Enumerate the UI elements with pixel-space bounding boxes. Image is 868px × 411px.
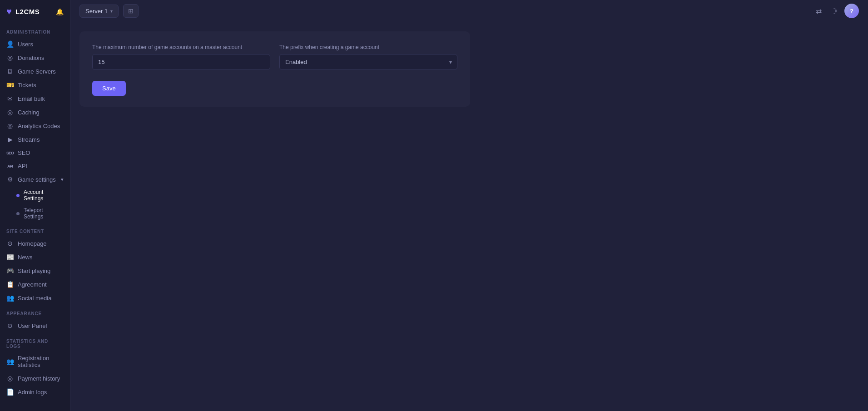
account-settings-form: The maximum number of game accounts on a… [79,31,470,107]
prefix-select-wrapper: Enabled Disabled ▾ [279,54,457,70]
sidebar-item-social-media[interactable]: 👥 Social media [0,291,70,305]
inactive-dot [16,212,20,215]
sidebar-item-email-bulk[interactable]: ✉ Email bulk [0,92,70,105]
caching-icon: ◎ [6,109,14,116]
content-area: The maximum number of game accounts on a… [70,22,868,411]
sidebar-item-user-panel[interactable]: ⊙ User Panel [0,319,70,332]
main-area: Server 1 ▾ ⊞ ⇄ ☽ ? The maximum number of… [70,0,868,411]
game-settings-chevron-icon: ▾ [61,177,64,183]
prefix-label: The prefix when creating a game account [279,44,457,50]
registration-statistics-icon: 👥 [6,358,14,365]
translate-icon[interactable]: ⇄ [814,5,823,17]
theme-toggle-icon[interactable]: ☽ [829,5,839,17]
sidebar-subitem-account-settings[interactable]: Account Settings [0,186,70,204]
homepage-icon: ⊙ [6,240,14,247]
analytics-icon: ◎ [6,122,14,129]
sidebar-label-caching: Caching [18,109,40,116]
agreement-icon: 📋 [6,281,14,288]
game-servers-icon: 🖥 [6,68,14,75]
sidebar-label-account-settings: Account Settings [24,189,64,202]
users-icon: 👤 [6,40,14,48]
max-accounts-input[interactable] [92,54,270,70]
start-playing-icon: 🎮 [6,267,14,274]
sidebar-label-analytics-codes: Analytics Codes [18,123,60,129]
sidebar-item-game-settings[interactable]: ⚙ Game settings ▾ [0,173,70,186]
sidebar-item-api[interactable]: API API [0,159,70,173]
sidebar-item-homepage[interactable]: ⊙ Homepage [0,237,70,250]
sidebar-label-user-panel: User Panel [18,322,47,329]
news-icon: 📰 [6,253,14,261]
topbar: Server 1 ▾ ⊞ ⇄ ☽ ? [70,0,868,22]
filter-button[interactable]: ⊞ [123,4,139,18]
topbar-right: ⇄ ☽ ? [814,4,859,18]
user-panel-icon: ⊙ [6,322,14,329]
sidebar-label-social-media: Social media [18,295,51,302]
site-content-section-label: SITE CONTENT [0,223,70,237]
sidebar-item-donations[interactable]: ◎ Donations [0,51,70,64]
sidebar-item-admin-logs[interactable]: 📄 Admin logs [0,385,70,399]
active-dot [16,194,20,197]
sidebar-label-game-settings: Game settings [18,176,56,183]
seo-icon: SEO [6,151,14,155]
logo-area: ♥ L2CMS 🔔 [0,0,70,23]
admin-section-label: ADMINISTRATION [0,23,70,37]
max-accounts-label: The maximum number of game accounts on a… [92,44,270,50]
prefix-select[interactable]: Enabled Disabled [279,54,457,70]
sidebar-label-email-bulk: Email bulk [18,95,45,102]
api-icon: API [6,164,14,168]
appearance-section-label: APPEARANCE [0,305,70,319]
tickets-icon: 🎫 [6,81,14,89]
filter-icon: ⊞ [128,7,134,15]
sidebar-item-caching[interactable]: ◎ Caching [0,105,70,119]
max-accounts-group: The maximum number of game accounts on a… [92,44,270,70]
server-select[interactable]: Server 1 ▾ [79,5,119,18]
sidebar-item-registration-statistics[interactable]: 👥 Registration statistics [0,352,70,371]
streams-icon: ▶ [6,136,14,143]
sidebar-label-teleport-settings: Teleport Settings [24,207,64,220]
sidebar-label-homepage: Homepage [18,240,47,247]
prefix-group: The prefix when creating a game account … [279,44,457,70]
sidebar-label-payment-history: Payment history [18,375,60,382]
sidebar-item-users[interactable]: 👤 Users [0,37,70,51]
sidebar-label-users: Users [18,41,33,48]
logo-icon: ♥ [6,6,12,17]
sidebar-label-registration-statistics: Registration statistics [18,355,64,368]
payment-history-icon: ◎ [6,375,14,382]
sidebar-item-payment-history[interactable]: ◎ Payment history [0,371,70,385]
donations-icon: ◎ [6,54,14,61]
server-select-label: Server 1 [85,8,108,15]
social-media-icon: 👥 [6,294,14,302]
email-bulk-icon: ✉ [6,95,14,102]
sidebar-label-start-playing: Start playing [18,267,50,274]
avatar[interactable]: ? [844,4,859,18]
sidebar-label-agreement: Agreement [18,281,47,288]
sidebar-label-streams: Streams [18,136,40,143]
form-row: The maximum number of game accounts on a… [92,44,457,70]
sidebar-label-api: API [18,163,27,169]
notification-bell-icon[interactable]: 🔔 [56,8,64,15]
sidebar-subitem-teleport-settings[interactable]: Teleport Settings [0,204,70,223]
sidebar-label-donations: Donations [18,54,45,61]
avatar-initials: ? [850,8,853,15]
server-select-chevron-icon: ▾ [110,9,113,14]
save-button[interactable]: Save [92,81,126,96]
sidebar-item-seo[interactable]: SEO SEO [0,146,70,159]
game-settings-icon: ⚙ [6,176,14,183]
sidebar-item-game-servers[interactable]: 🖥 Game Servers [0,64,70,78]
sidebar-item-start-playing[interactable]: 🎮 Start playing [0,264,70,277]
sidebar-item-tickets[interactable]: 🎫 Tickets [0,78,70,92]
logo-text: L2CMS [15,8,40,15]
stats-section-label: STATISTICS AND LOGS [0,332,70,352]
admin-logs-icon: 📄 [6,388,14,396]
sidebar-item-agreement[interactable]: 📋 Agreement [0,277,70,291]
sidebar-item-analytics-codes[interactable]: ◎ Analytics Codes [0,119,70,133]
sidebar-label-admin-logs: Admin logs [18,389,47,396]
sidebar-label-news: News [18,254,33,261]
sidebar-item-streams[interactable]: ▶ Streams [0,133,70,146]
sidebar-label-game-servers: Game Servers [18,68,56,75]
sidebar: ♥ L2CMS 🔔 ADMINISTRATION 👤 Users ◎ Donat… [0,0,70,411]
sidebar-item-news[interactable]: 📰 News [0,250,70,264]
sidebar-label-tickets: Tickets [18,82,36,89]
sidebar-label-seo: SEO [18,149,30,156]
